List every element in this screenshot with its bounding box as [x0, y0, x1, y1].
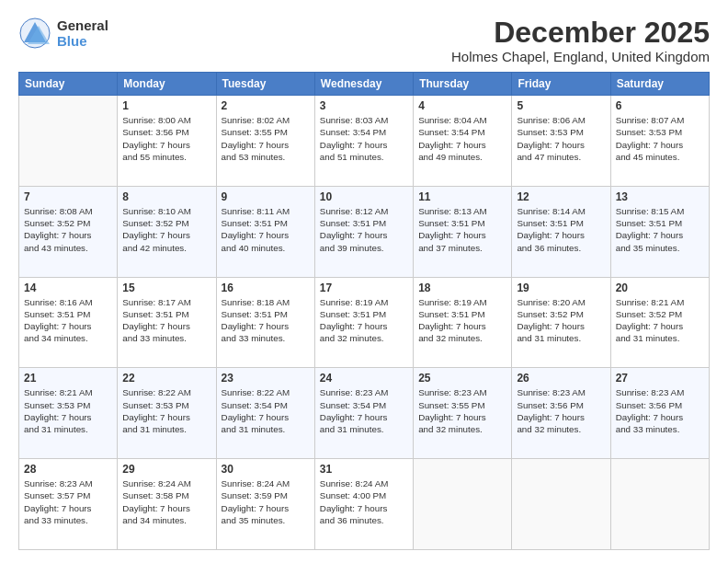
weekday-row: SundayMondayTuesdayWednesdayThursdayFrid…: [19, 73, 710, 96]
day-info: Sunrise: 8:14 AM Sunset: 3:51 PM Dayligh…: [517, 205, 605, 254]
calendar-cell: 30Sunrise: 8:24 AM Sunset: 3:59 PM Dayli…: [216, 459, 314, 550]
day-number: 18: [418, 282, 506, 294]
day-info: Sunrise: 8:11 AM Sunset: 3:51 PM Dayligh…: [222, 205, 310, 254]
day-info: Sunrise: 8:24 AM Sunset: 4:00 PM Dayligh…: [320, 477, 408, 526]
day-number: 17: [320, 282, 408, 294]
day-number: 9: [222, 190, 310, 203]
calendar-cell: 21Sunrise: 8:21 AM Sunset: 3:53 PM Dayli…: [19, 368, 118, 459]
day-number: 30: [222, 463, 310, 476]
calendar-cell: 28Sunrise: 8:23 AM Sunset: 3:57 PM Dayli…: [19, 459, 118, 550]
calendar-subtitle: Holmes Chapel, England, United Kingdom: [451, 49, 710, 64]
calendar-week-row: 1Sunrise: 8:00 AM Sunset: 3:56 PM Daylig…: [19, 96, 710, 187]
day-info: Sunrise: 8:06 AM Sunset: 3:53 PM Dayligh…: [517, 114, 605, 163]
calendar-cell: 24Sunrise: 8:23 AM Sunset: 3:54 PM Dayli…: [314, 368, 413, 459]
calendar-cell: 18Sunrise: 8:19 AM Sunset: 3:51 PM Dayli…: [414, 277, 512, 368]
day-info: Sunrise: 8:16 AM Sunset: 3:51 PM Dayligh…: [24, 296, 112, 345]
day-info: Sunrise: 8:23 AM Sunset: 3:56 PM Dayligh…: [616, 386, 704, 435]
logo-icon: [18, 17, 51, 50]
title-block: December 2025 Holmes Chapel, England, Un…: [451, 17, 710, 64]
day-number: 20: [616, 282, 704, 294]
day-number: 25: [418, 372, 506, 385]
day-info: Sunrise: 8:10 AM Sunset: 3:52 PM Dayligh…: [122, 205, 210, 254]
day-number: 19: [517, 282, 605, 294]
day-info: Sunrise: 8:22 AM Sunset: 3:53 PM Dayligh…: [122, 386, 210, 435]
calendar-cell: [512, 459, 610, 550]
day-number: 6: [616, 99, 704, 112]
calendar-cell: 26Sunrise: 8:23 AM Sunset: 3:56 PM Dayli…: [512, 368, 610, 459]
calendar-cell: [610, 459, 709, 550]
weekday-header: Thursday: [414, 73, 512, 96]
day-number: 15: [122, 282, 210, 294]
day-number: 31: [320, 463, 408, 476]
calendar-cell: 5Sunrise: 8:06 AM Sunset: 3:53 PM Daylig…: [512, 96, 610, 187]
calendar-cell: 2Sunrise: 8:02 AM Sunset: 3:55 PM Daylig…: [216, 96, 314, 187]
calendar-cell: 14Sunrise: 8:16 AM Sunset: 3:51 PM Dayli…: [19, 277, 118, 368]
calendar-cell: 16Sunrise: 8:18 AM Sunset: 3:51 PM Dayli…: [216, 277, 314, 368]
weekday-header: Monday: [118, 73, 216, 96]
calendar-cell: 27Sunrise: 8:23 AM Sunset: 3:56 PM Dayli…: [610, 368, 709, 459]
calendar-cell: 13Sunrise: 8:15 AM Sunset: 3:51 PM Dayli…: [610, 186, 709, 277]
calendar-cell: 17Sunrise: 8:19 AM Sunset: 3:51 PM Dayli…: [314, 277, 413, 368]
day-info: Sunrise: 8:02 AM Sunset: 3:55 PM Dayligh…: [222, 114, 310, 163]
calendar-cell: 3Sunrise: 8:03 AM Sunset: 3:54 PM Daylig…: [314, 96, 413, 187]
day-info: Sunrise: 8:18 AM Sunset: 3:51 PM Dayligh…: [222, 296, 310, 345]
calendar-cell: 12Sunrise: 8:14 AM Sunset: 3:51 PM Dayli…: [512, 186, 610, 277]
logo-line1: General: [57, 17, 108, 33]
weekday-header: Wednesday: [314, 73, 413, 96]
day-number: 14: [24, 282, 112, 294]
calendar-title: December 2025: [451, 17, 710, 49]
calendar-cell: 31Sunrise: 8:24 AM Sunset: 4:00 PM Dayli…: [314, 459, 413, 550]
calendar-cell: 6Sunrise: 8:07 AM Sunset: 3:53 PM Daylig…: [610, 96, 709, 187]
day-info: Sunrise: 8:21 AM Sunset: 3:53 PM Dayligh…: [24, 386, 112, 435]
calendar-week-row: 21Sunrise: 8:21 AM Sunset: 3:53 PM Dayli…: [19, 368, 710, 459]
calendar-week-row: 14Sunrise: 8:16 AM Sunset: 3:51 PM Dayli…: [19, 277, 710, 368]
day-info: Sunrise: 8:03 AM Sunset: 3:54 PM Dayligh…: [320, 114, 408, 163]
day-number: 7: [24, 190, 112, 203]
calendar-cell: 23Sunrise: 8:22 AM Sunset: 3:54 PM Dayli…: [216, 368, 314, 459]
day-info: Sunrise: 8:04 AM Sunset: 3:54 PM Dayligh…: [418, 114, 506, 163]
calendar-cell: 1Sunrise: 8:00 AM Sunset: 3:56 PM Daylig…: [118, 96, 216, 187]
day-info: Sunrise: 8:23 AM Sunset: 3:57 PM Dayligh…: [24, 477, 112, 526]
day-number: 11: [418, 190, 506, 203]
day-info: Sunrise: 8:12 AM Sunset: 3:51 PM Dayligh…: [320, 205, 408, 254]
day-number: 28: [24, 463, 112, 476]
day-info: Sunrise: 8:08 AM Sunset: 3:52 PM Dayligh…: [24, 205, 112, 254]
logo: General Blue: [18, 17, 108, 50]
weekday-header: Tuesday: [216, 73, 314, 96]
weekday-header: Saturday: [610, 73, 709, 96]
calendar-cell: 19Sunrise: 8:20 AM Sunset: 3:52 PM Dayli…: [512, 277, 610, 368]
calendar-cell: 11Sunrise: 8:13 AM Sunset: 3:51 PM Dayli…: [414, 186, 512, 277]
day-info: Sunrise: 8:24 AM Sunset: 3:59 PM Dayligh…: [222, 477, 310, 526]
day-number: 12: [517, 190, 605, 203]
day-info: Sunrise: 8:17 AM Sunset: 3:51 PM Dayligh…: [122, 296, 210, 345]
day-number: 27: [616, 372, 704, 385]
day-number: 3: [320, 99, 408, 112]
day-info: Sunrise: 8:15 AM Sunset: 3:51 PM Dayligh…: [616, 205, 704, 254]
calendar-cell: 22Sunrise: 8:22 AM Sunset: 3:53 PM Dayli…: [118, 368, 216, 459]
day-number: 8: [122, 190, 210, 203]
calendar-table: SundayMondayTuesdayWednesdayThursdayFrid…: [18, 72, 710, 550]
day-info: Sunrise: 8:00 AM Sunset: 3:56 PM Dayligh…: [122, 114, 210, 163]
day-number: 10: [320, 190, 408, 203]
day-info: Sunrise: 8:07 AM Sunset: 3:53 PM Dayligh…: [616, 114, 704, 163]
calendar-cell: 25Sunrise: 8:23 AM Sunset: 3:55 PM Dayli…: [414, 368, 512, 459]
calendar-header: SundayMondayTuesdayWednesdayThursdayFrid…: [19, 73, 710, 96]
calendar-cell: 29Sunrise: 8:24 AM Sunset: 3:58 PM Dayli…: [118, 459, 216, 550]
calendar-cell: [414, 459, 512, 550]
calendar-week-row: 28Sunrise: 8:23 AM Sunset: 3:57 PM Dayli…: [19, 459, 710, 550]
logo-line2: Blue: [57, 33, 108, 49]
day-info: Sunrise: 8:24 AM Sunset: 3:58 PM Dayligh…: [122, 477, 210, 526]
day-number: 29: [122, 463, 210, 476]
day-info: Sunrise: 8:13 AM Sunset: 3:51 PM Dayligh…: [418, 205, 506, 254]
calendar-cell: 4Sunrise: 8:04 AM Sunset: 3:54 PM Daylig…: [414, 96, 512, 187]
calendar-week-row: 7Sunrise: 8:08 AM Sunset: 3:52 PM Daylig…: [19, 186, 710, 277]
calendar-cell: 15Sunrise: 8:17 AM Sunset: 3:51 PM Dayli…: [118, 277, 216, 368]
day-number: 4: [418, 99, 506, 112]
day-number: 24: [320, 372, 408, 385]
day-info: Sunrise: 8:23 AM Sunset: 3:54 PM Dayligh…: [320, 386, 408, 435]
day-number: 23: [222, 372, 310, 385]
day-number: 22: [122, 372, 210, 385]
calendar-cell: 7Sunrise: 8:08 AM Sunset: 3:52 PM Daylig…: [19, 186, 118, 277]
day-number: 2: [222, 99, 310, 112]
day-info: Sunrise: 8:22 AM Sunset: 3:54 PM Dayligh…: [222, 386, 310, 435]
